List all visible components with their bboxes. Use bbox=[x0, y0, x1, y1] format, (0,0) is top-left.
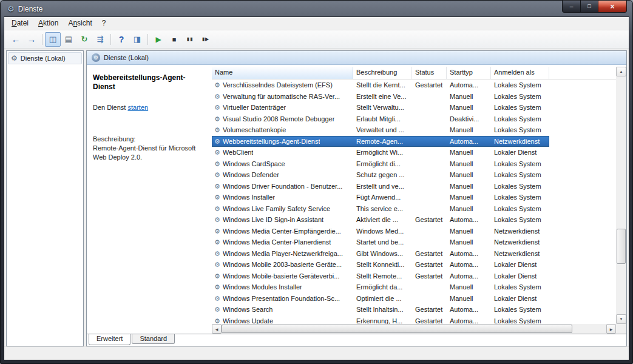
table-row[interactable]: ⚙Windows Media Player-Netzwerkfreiga... … bbox=[212, 248, 549, 260]
column-header-name[interactable]: Name bbox=[212, 67, 353, 79]
horizontal-scrollbar[interactable]: ◀ ▶ bbox=[212, 324, 616, 334]
back-button[interactable]: ← bbox=[8, 32, 24, 47]
start-service-button[interactable]: ▶ bbox=[151, 32, 166, 47]
service-name: Windows Search bbox=[223, 304, 273, 315]
properties-icon: ▤ bbox=[65, 35, 72, 44]
column-header-beschreibung[interactable]: Beschreibung bbox=[353, 67, 412, 79]
table-row[interactable]: ⚙Webbereitstellungs-Agent-Dienst Remote-… bbox=[212, 136, 549, 147]
service-status bbox=[412, 147, 447, 158]
horizontal-scroll-thumb[interactable] bbox=[222, 325, 572, 333]
column-header-status[interactable]: Status bbox=[412, 67, 447, 79]
table-row[interactable]: ⚙Windows Defender Schutz gegen ... Manue… bbox=[212, 169, 549, 181]
close-button[interactable]: × bbox=[598, 1, 627, 13]
service-status: Gestartet bbox=[412, 271, 447, 282]
menu-datei[interactable]: Datei bbox=[7, 18, 33, 29]
service-starttype: Manuell bbox=[447, 147, 491, 158]
show-action-pane-button[interactable]: ◨ bbox=[129, 32, 145, 47]
maximize-icon: □ bbox=[587, 4, 591, 9]
service-logon: Lokales System bbox=[491, 169, 549, 181]
table-row[interactable]: ⚙Windows Live ID Sign-in Assistant Aktiv… bbox=[212, 214, 549, 226]
service-name: Windows Media Player-Netzwerkfreiga... bbox=[223, 248, 343, 260]
scroll-down-icon[interactable]: ▼ bbox=[616, 314, 626, 324]
scroll-right-icon[interactable]: ▶ bbox=[606, 324, 616, 334]
table-row[interactable]: ⚙Windows Presentation Foundation-Sc... O… bbox=[212, 293, 549, 305]
table-row[interactable]: ⚙Windows Mobile-basierte Geräteverbi... … bbox=[212, 271, 549, 282]
service-name: Virtueller Datenträger bbox=[223, 102, 286, 113]
help-button[interactable]: ? bbox=[113, 32, 129, 47]
service-gear-icon: ⚙ bbox=[214, 158, 220, 170]
service-status: Gestartet bbox=[412, 248, 447, 260]
column-header-anmelden-als[interactable]: Anmelden als bbox=[491, 67, 549, 79]
scroll-up-icon[interactable]: ▲ bbox=[616, 67, 626, 76]
service-name: Windows CardSpace bbox=[223, 158, 285, 170]
extended-view-panel: Webbereitstellungs-Agent-Dienst Den Dien… bbox=[87, 65, 212, 334]
maximize-button[interactable]: □ bbox=[580, 1, 598, 13]
table-row[interactable]: ⚙Windows CardSpace Ermöglicht di... Manu… bbox=[212, 158, 549, 170]
table-row[interactable]: ⚙Windows Update Erkennung, H... Gestarte… bbox=[212, 315, 549, 325]
stop-service-button[interactable]: ■ bbox=[166, 32, 182, 47]
title-bar[interactable]: ⚙ Dienste – □ × bbox=[1, 1, 632, 17]
menu-ansicht[interactable]: Ansicht bbox=[63, 18, 96, 29]
tab-standard[interactable]: Standard bbox=[132, 334, 175, 344]
tab-erweitert[interactable]: Erweitert bbox=[89, 334, 130, 345]
pause-service-button[interactable]: ▮▮ bbox=[182, 32, 198, 47]
table-row[interactable]: ⚙Virtueller Datenträger Stellt Verwaltu.… bbox=[212, 102, 549, 113]
service-description: Stellt Remote... bbox=[353, 271, 412, 282]
properties-button[interactable]: ▤ bbox=[61, 32, 76, 47]
table-row[interactable]: ⚙Windows Mobile 2003-basierte Geräte... … bbox=[212, 259, 549, 271]
service-starttype: Manuell bbox=[447, 158, 491, 170]
service-gear-icon: ⚙ bbox=[214, 113, 220, 125]
refresh-button[interactable]: ↻ bbox=[76, 32, 92, 47]
table-row[interactable]: ⚙Visual Studio 2008 Remote Debugger Erla… bbox=[212, 113, 549, 125]
table-row[interactable]: ⚙WebClient Ermöglicht Wi... Manuell Loka… bbox=[212, 147, 549, 158]
toolbar: ← → ◫ ▤ ↻ ⇶ ? ◨ ▶ ■ ▮▮ ▮▶ bbox=[4, 30, 629, 49]
service-logon: Lokales System bbox=[491, 214, 549, 226]
export-list-button[interactable]: ⇶ bbox=[92, 32, 108, 47]
action-pane-icon: ◨ bbox=[134, 35, 141, 44]
service-starttype: Manuell bbox=[447, 203, 491, 215]
start-service-link[interactable]: starten bbox=[127, 104, 148, 111]
service-name: Windows Modules Installer bbox=[223, 281, 302, 293]
service-starttype: Automa... bbox=[447, 214, 491, 226]
service-gear-icon: ⚙ bbox=[214, 226, 220, 237]
toolbar-separator bbox=[42, 34, 42, 45]
forward-button[interactable]: → bbox=[24, 32, 39, 47]
window-controls: – □ × bbox=[562, 1, 627, 13]
show-console-tree-button[interactable]: ◫ bbox=[45, 32, 61, 47]
scroll-left-icon[interactable]: ◀ bbox=[212, 324, 222, 334]
service-status bbox=[412, 124, 447, 136]
service-logon: Lokaler Dienst bbox=[491, 271, 549, 282]
service-starttype: Automa... bbox=[447, 315, 491, 325]
table-row[interactable]: ⚙Verwaltung für automatische RAS-Ver... … bbox=[212, 91, 549, 103]
vertical-scroll-thumb[interactable] bbox=[617, 229, 626, 264]
table-row[interactable]: ⚙Volumeschattenkopie Verwaltet und ... M… bbox=[212, 124, 549, 136]
vertical-scrollbar[interactable]: ▲ ▼ bbox=[616, 67, 626, 324]
service-gear-icon: ⚙ bbox=[214, 79, 220, 91]
minimize-button[interactable]: – bbox=[562, 1, 580, 13]
status-bar bbox=[4, 346, 629, 360]
table-row[interactable]: ⚙Windows Media Center-Empfängerdie... Wi… bbox=[212, 226, 549, 237]
tree-item-dienste-lokal[interactable]: ⚙ Dienste (Lokal) bbox=[8, 52, 82, 64]
table-row[interactable]: ⚙Windows Media Center-Planerdienst Start… bbox=[212, 237, 549, 248]
table-row[interactable]: ⚙Windows Search Stellt Inhaltsin... Gest… bbox=[212, 304, 549, 315]
table-row[interactable]: ⚙Windows Installer Fügt Anwend... Manuel… bbox=[212, 192, 549, 203]
table-row[interactable]: ⚙Windows Driver Foundation - Benutzer...… bbox=[212, 181, 549, 192]
menu-hilfe[interactable]: ? bbox=[97, 18, 111, 29]
column-header-starttyp[interactable]: Starttyp bbox=[447, 67, 491, 79]
service-description: Stellt Verwaltu... bbox=[353, 102, 412, 113]
service-action-line: Den Dienst starten bbox=[93, 104, 207, 111]
service-starttype: Manuell bbox=[447, 281, 491, 293]
service-status bbox=[412, 281, 447, 293]
service-status bbox=[412, 237, 447, 248]
service-gear-icon: ⚙ bbox=[214, 203, 220, 215]
table-row[interactable]: ⚙Verschlüsselndes Dateisystem (EFS) Stel… bbox=[212, 79, 549, 91]
service-name: Windows Media Center-Empfängerdie... bbox=[223, 226, 341, 237]
table-row[interactable]: ⚙Windows Modules Installer Ermöglicht da… bbox=[212, 281, 549, 293]
service-logon: Lokaler Dienst bbox=[491, 147, 549, 158]
service-name: Verschlüsselndes Dateisystem (EFS) bbox=[223, 79, 333, 91]
menu-aktion[interactable]: Aktion bbox=[33, 18, 63, 29]
start-service-icon: ▶ bbox=[155, 35, 161, 44]
service-logon: Lokales System bbox=[491, 102, 549, 113]
table-row[interactable]: ⚙Windows Live Family Safety Service This… bbox=[212, 203, 549, 215]
restart-service-button[interactable]: ▮▶ bbox=[198, 32, 214, 47]
